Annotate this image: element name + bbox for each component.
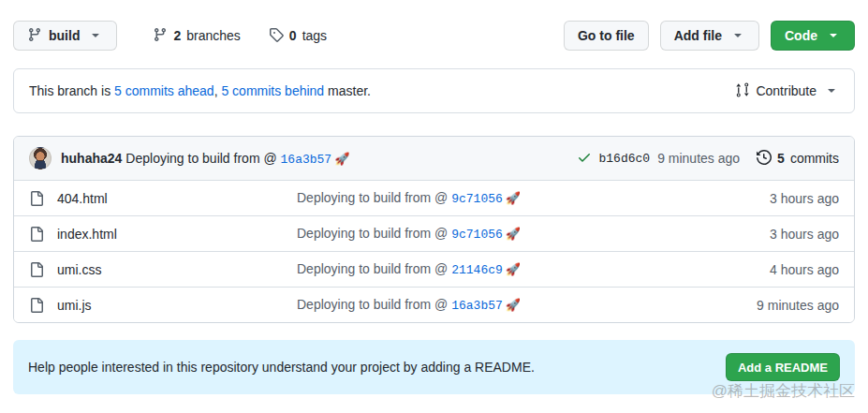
commits-ahead-link[interactable]: 5 commits ahead: [114, 83, 214, 98]
chevron-down-icon: [826, 27, 841, 45]
repo-page: build 2 branches 0 tags Go to file Add f…: [0, 0, 868, 394]
add-file-button[interactable]: Add file: [660, 21, 759, 51]
head-commit-time: 9 minutes ago: [657, 151, 740, 166]
file-commit-time: 4 hours ago: [708, 262, 839, 277]
contribute-button[interactable]: Contribute: [735, 82, 839, 100]
tags-count: 0: [289, 28, 297, 43]
branches-link[interactable]: 2 branches: [153, 27, 240, 45]
file-name-link[interactable]: umi.css: [57, 262, 284, 277]
commits-count: 5: [777, 151, 785, 166]
file-icon: [29, 262, 44, 277]
table-row: index.html Deploying to build from @ 9c7…: [14, 215, 854, 251]
file-commit-message[interactable]: Deploying to build from @ 16a3b57🚀: [297, 297, 695, 313]
rocket-emoji: 🚀: [334, 152, 349, 166]
commit-history-link[interactable]: 5 commits: [757, 150, 839, 168]
history-icon: [757, 150, 772, 168]
status-suffix: master.: [324, 83, 371, 98]
commit-message[interactable]: Deploying to build from @ 16a3b57🚀: [125, 151, 349, 167]
table-row: 404.html Deploying to build from @ 9c710…: [14, 180, 854, 215]
file-name-link[interactable]: umi.js: [57, 298, 284, 313]
repo-counts: 2 branches 0 tags: [153, 27, 327, 45]
git-branch-icon: [153, 27, 168, 45]
chevron-down-icon: [824, 82, 839, 100]
file-icon: [29, 227, 44, 242]
file-name-link[interactable]: index.html: [57, 227, 284, 242]
branch-selector-button[interactable]: build: [13, 21, 117, 51]
table-row: umi.js Deploying to build from @ 16a3b57…: [14, 287, 854, 322]
readme-banner-text: Help people interested in this repositor…: [28, 360, 535, 375]
add-readme-label: Add a README: [738, 361, 828, 375]
contribute-label: Contribute: [756, 83, 817, 98]
file-commit-time: 9 minutes ago: [708, 298, 839, 313]
file-icon: [29, 191, 44, 206]
author-avatar[interactable]: [29, 147, 51, 170]
file-commit-text: Deploying to build from @: [297, 261, 448, 276]
commit-hash-link[interactable]: 16a3b57: [281, 153, 332, 167]
file-list-box: huhaha24 Deploying to build from @ 16a3b…: [13, 136, 855, 323]
file-commit-text: Deploying to build from @: [297, 297, 448, 312]
toolbar-actions: Go to file Add file Code: [564, 21, 855, 51]
chevron-down-icon: [88, 27, 103, 45]
file-commit-hash-link[interactable]: 21146c9: [451, 263, 503, 277]
file-commit-message[interactable]: Deploying to build from @ 21146c9🚀: [297, 261, 695, 277]
branches-label: branches: [186, 28, 241, 43]
status-prefix: This branch is: [29, 83, 114, 98]
file-commit-text: Deploying to build from @: [297, 190, 448, 205]
file-commit-hash-link[interactable]: 9c71056: [451, 228, 503, 242]
rocket-emoji: 🚀: [506, 191, 521, 205]
file-commit-time: 3 hours ago: [708, 191, 839, 206]
commit-author[interactable]: huhaha24: [61, 151, 122, 166]
latest-commit-bar: huhaha24 Deploying to build from @ 16a3b…: [14, 137, 854, 180]
rocket-emoji: 🚀: [506, 262, 521, 276]
go-to-file-button[interactable]: Go to file: [564, 21, 649, 51]
repo-toolbar: build 2 branches 0 tags Go to file Add f…: [13, 21, 855, 51]
tags-label: tags: [302, 28, 327, 43]
commit-header-right: b16d6c0 9 minutes ago 5 commits: [577, 150, 839, 168]
file-commit-hash-link[interactable]: 16a3b57: [451, 299, 503, 313]
branch-status-bar: This branch is 5 commits ahead, 5 commit…: [13, 68, 855, 113]
branches-count: 2: [173, 28, 181, 43]
tag-icon: [269, 27, 284, 45]
check-icon[interactable]: [577, 150, 592, 168]
chevron-down-icon: [730, 27, 745, 45]
git-branch-icon: [27, 27, 42, 45]
commits-label: commits: [790, 151, 839, 166]
add-readme-button[interactable]: Add a README: [726, 353, 840, 381]
code-label: Code: [785, 28, 817, 43]
file-commit-time: 3 hours ago: [708, 227, 839, 242]
file-commit-message[interactable]: Deploying to build from @ 9c71056🚀: [297, 226, 695, 242]
head-commit-hash[interactable]: b16d6c0: [599, 152, 651, 166]
commits-behind-link[interactable]: 5 commits behind: [221, 83, 324, 98]
rocket-emoji: 🚀: [506, 298, 521, 312]
code-button[interactable]: Code: [771, 21, 855, 51]
file-name-link[interactable]: 404.html: [57, 191, 284, 206]
git-compare-icon: [735, 82, 750, 100]
commit-message-text: Deploying to build from @: [125, 151, 276, 166]
file-icon: [29, 298, 44, 313]
branch-status-text: This branch is 5 commits ahead, 5 commit…: [29, 83, 371, 98]
table-row: umi.css Deploying to build from @ 21146c…: [14, 251, 854, 287]
file-commit-message[interactable]: Deploying to build from @ 9c71056🚀: [297, 190, 695, 206]
go-to-file-label: Go to file: [578, 28, 635, 43]
file-commit-hash-link[interactable]: 9c71056: [451, 192, 503, 206]
readme-suggestion-banner: Help people interested in this repositor…: [13, 340, 855, 394]
add-file-label: Add file: [674, 28, 722, 43]
file-commit-text: Deploying to build from @: [297, 226, 448, 241]
tags-link[interactable]: 0 tags: [269, 27, 327, 45]
branch-selector-label: build: [49, 28, 80, 43]
rocket-emoji: 🚀: [506, 227, 521, 241]
